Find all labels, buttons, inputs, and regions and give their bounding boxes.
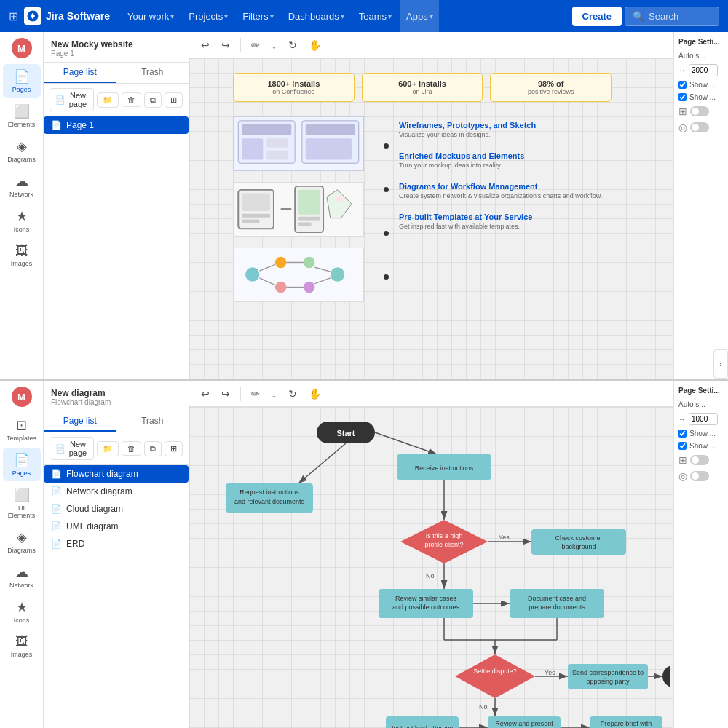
sidebar-item-network-1[interactable]: ☁ Network: [3, 169, 41, 202]
wireframe-image-container: [233, 116, 379, 175]
page-item-1[interactable]: 📄 Page 1: [44, 116, 189, 134]
images-icon-2: 🖼: [15, 634, 28, 649]
page-list-1: 📄 Page 1: [44, 116, 189, 379]
duplicate-btn-1[interactable]: ⧉: [144, 92, 162, 108]
tab-page-list-2[interactable]: Page list: [44, 411, 116, 432]
sidebar-item-diagrams-1[interactable]: ◈ Diagrams: [3, 134, 41, 167]
snap-row-1: ◎: [678, 122, 724, 133]
feature-wireframes: Wireframes, Prototypes, and Sketch Visua…: [399, 116, 612, 143]
projects-menu[interactable]: Projects ▾: [183, 0, 234, 32]
show-checkbox-2b[interactable]: [678, 442, 687, 450]
sidebar-item-pages-2[interactable]: 📄 Pages: [3, 448, 41, 481]
sidebar-item-templates-2[interactable]: ⊡ Templates: [3, 413, 41, 446]
edit-btn-1[interactable]: ✏: [247, 36, 264, 54]
file-tabs-2: Page list Trash: [44, 411, 189, 432]
sidebar-item-icons-2[interactable]: ★ Icons: [3, 595, 41, 628]
svg-text:Is this a high: Is this a high: [426, 532, 463, 539]
new-page-btn-2[interactable]: 📄 New page: [50, 437, 94, 460]
copy-icon: ⧉: [150, 95, 156, 105]
folder-icon: 📁: [103, 95, 113, 105]
show-row-1b: Show ...: [678, 93, 724, 101]
svg-text:Settle dispute?: Settle dispute?: [473, 668, 517, 675]
grid-view-btn-1[interactable]: ⊞: [165, 92, 183, 108]
new-page-btn-1[interactable]: 📄 New page: [50, 88, 94, 111]
svg-line-30: [314, 278, 330, 284]
folder-btn-2[interactable]: 📁: [97, 441, 119, 456]
canvas-content-2[interactable]: Start Receive instructions Request instr…: [189, 407, 673, 728]
page-item-erd[interactable]: 📄 ERD: [44, 535, 189, 553]
apps-menu[interactable]: Apps ▾: [400, 0, 439, 32]
feature-descriptions: Wireframes, Prototypes, and Sketch Visua…: [393, 116, 612, 306]
show-checkbox-1a[interactable]: [678, 81, 687, 89]
grid-toggle-1[interactable]: [690, 106, 709, 116]
dot-3: [384, 231, 389, 236]
svg-line-34: [375, 432, 437, 454]
tab-page-list-1[interactable]: Page list: [44, 63, 116, 83]
hand-btn-2[interactable]: ✋: [304, 385, 325, 403]
redo-btn-1[interactable]: ↪: [217, 36, 234, 54]
your-work-menu[interactable]: Your work ▾: [122, 0, 180, 32]
auto-size-row-2: Auto s...: [678, 400, 724, 408]
snap-toggle-2[interactable]: [690, 471, 709, 481]
tab-trash-1[interactable]: Trash: [116, 63, 189, 83]
svg-rect-4: [266, 138, 288, 148]
page-item-uml[interactable]: 📄 UML diagram: [44, 518, 189, 535]
show-checkbox-2a[interactable]: [678, 430, 687, 438]
page-item-flowchart[interactable]: 📄 Flowchart diagram: [44, 465, 189, 483]
edit-btn-2[interactable]: ✏: [247, 385, 264, 403]
snap-row-2: ◎: [678, 470, 724, 482]
dashboards-menu[interactable]: Dashboards ▾: [282, 0, 350, 32]
show-checkbox-1b[interactable]: [678, 93, 687, 101]
sidebar-item-images-2[interactable]: 🖼 Images: [3, 630, 41, 662]
refresh-btn-1[interactable]: ↻: [284, 36, 301, 54]
create-button[interactable]: Create: [572, 7, 622, 26]
width-input-2[interactable]: [689, 413, 718, 425]
delete-btn-2[interactable]: 🗑: [122, 441, 141, 456]
tab-trash-2[interactable]: Trash: [116, 411, 189, 432]
sidebar-item-network-2[interactable]: ☁ Network: [3, 560, 41, 593]
undo-btn-2[interactable]: ↩: [197, 385, 214, 403]
search-bar[interactable]: 🔍 Search: [625, 7, 719, 26]
svg-rect-5: [266, 151, 288, 160]
download-btn-2[interactable]: ↓: [267, 385, 281, 403]
svg-point-24: [331, 267, 344, 281]
grid-view-btn-2[interactable]: ⊞: [165, 441, 183, 456]
grid-toggle-2[interactable]: [690, 455, 709, 465]
teams-menu[interactable]: Teams ▾: [353, 0, 397, 32]
grid-icon[interactable]: ⊞: [9, 9, 18, 23]
stats-row: 1800+ installs on Confluence 600+ instal…: [233, 73, 612, 102]
canvas-content-1[interactable]: 1800+ installs on Confluence 600+ instal…: [189, 58, 673, 379]
snap-toggle-1[interactable]: [690, 122, 709, 132]
svg-text:Prepare brief with: Prepare brief with: [601, 720, 652, 727]
sidebar-item-diagrams-2[interactable]: ◈ Diagrams: [3, 525, 41, 558]
sidebar-item-pages-1[interactable]: 📄 Pages: [3, 64, 41, 98]
hand-btn-1[interactable]: ✋: [304, 36, 325, 54]
redo-btn-2[interactable]: ↪: [217, 385, 234, 403]
delete-btn-1[interactable]: 🗑: [122, 92, 141, 107]
sidebar-item-images-1[interactable]: 🖼 Images: [3, 239, 41, 272]
svg-rect-71: [662, 665, 670, 687]
download-btn-1[interactable]: ↓: [267, 36, 281, 54]
folder-btn-1[interactable]: 📁: [97, 92, 119, 108]
svg-rect-17: [298, 223, 312, 226]
svg-text:Document case and: Document case and: [528, 595, 586, 602]
trash-icon-2: 🗑: [127, 444, 135, 453]
refresh-btn-2[interactable]: ↻: [284, 385, 301, 403]
svg-text:Yes: Yes: [545, 669, 555, 676]
sidebar-item-elements-1[interactable]: ⬜ Elements: [3, 99, 41, 132]
page-item-cloud[interactable]: 📄 Cloud diagram: [44, 500, 189, 518]
page-item-network[interactable]: 📄 Network diagram: [44, 483, 189, 500]
svg-text:background: background: [561, 543, 596, 550]
duplicate-btn-2[interactable]: ⧉: [144, 441, 162, 456]
snap-settings-icon: ◎: [678, 122, 687, 133]
app-logo[interactable]: Jira Software: [24, 7, 110, 25]
sidebar-item-ui-2[interactable]: ⬜ UI Elements: [3, 483, 41, 523]
width-input-1[interactable]: [689, 64, 718, 76]
settings-panel-2: Page Setti... Auto s... ↔ Show ... Show …: [673, 381, 728, 728]
svg-rect-7: [306, 124, 355, 135]
filters-menu[interactable]: Filters ▾: [237, 0, 279, 32]
network-icon-2: ☁: [15, 564, 28, 580]
undo-btn-1[interactable]: ↩: [197, 36, 214, 54]
grid-settings-icon: ⊞: [678, 106, 687, 117]
sidebar-item-icons-1[interactable]: ★ Icons: [3, 204, 41, 237]
